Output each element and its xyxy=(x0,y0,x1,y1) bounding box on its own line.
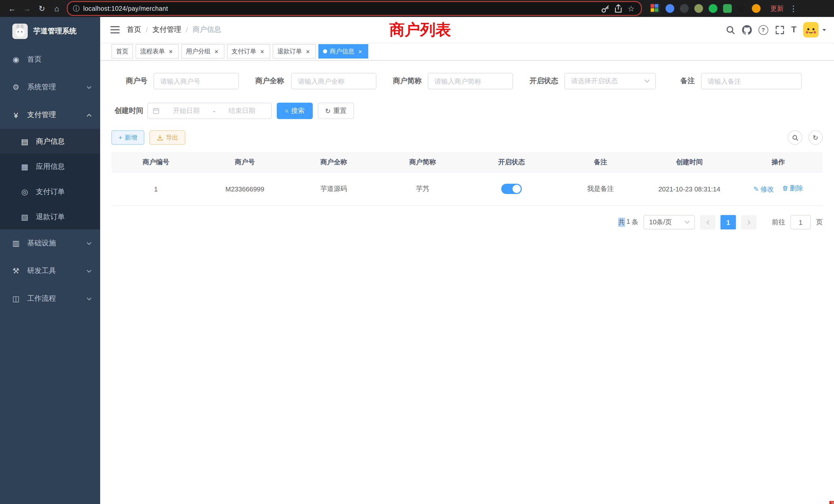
status-select[interactable]: 请选择开启状态 xyxy=(564,73,656,89)
sidebar-item-label: 研发工具 xyxy=(27,266,56,276)
green-circle-extension-icon[interactable] xyxy=(709,4,718,13)
export-button[interactable]: 导出 xyxy=(150,130,185,145)
close-icon[interactable]: × xyxy=(357,48,364,55)
active-dot xyxy=(323,49,327,53)
goto-page-input[interactable] xyxy=(790,215,811,229)
sidebar-subitem-pay-order[interactable]: ◎ 支付订单 xyxy=(0,179,100,204)
sidebar-item-system[interactable]: ⚙ 系统管理 xyxy=(0,73,100,101)
edit-link[interactable]: ✎ 修改 xyxy=(753,185,774,194)
github-icon[interactable] xyxy=(742,25,751,35)
date-range-picker[interactable]: 开始日期 - 结束日期 xyxy=(147,102,272,119)
tab-home[interactable]: 首页 xyxy=(111,44,133,59)
end-date-placeholder[interactable]: 结束日期 xyxy=(217,106,266,115)
workflow-icon: ◫ xyxy=(10,294,22,303)
merchant-table: 商户编号 商户号 商户全称 商户简称 开启状态 备注 创建时间 操作 1 xyxy=(111,152,823,206)
breadcrumb-item-payment[interactable]: 支付管理 xyxy=(153,25,181,35)
tab-process-form[interactable]: 流程表单 × xyxy=(136,44,179,59)
merchant-no-input[interactable] xyxy=(154,73,239,89)
app-logo[interactable]: 芋道管理系统 xyxy=(0,17,100,46)
extensions-icon[interactable]: 10 xyxy=(650,4,660,13)
sidebar-menu: ◉ 首页 ⚙ 系统管理 ¥ 支付管理 ▤ 商户信息 xyxy=(0,46,100,313)
close-icon[interactable]: × xyxy=(259,48,265,55)
status-toggle[interactable] xyxy=(501,184,522,194)
col-header-short-name: 商户简称 xyxy=(378,152,467,172)
reset-button-label: 重置 xyxy=(333,106,347,115)
tab-refund-order[interactable]: 退款订单 × xyxy=(273,44,316,59)
next-page-button[interactable] xyxy=(741,215,756,229)
drop-extension-icon[interactable] xyxy=(665,4,674,13)
home-icon[interactable]: ⌂ xyxy=(50,4,64,13)
sidebar-item-label: 支付管理 xyxy=(27,110,56,120)
refresh-icon: ↻ xyxy=(813,134,818,141)
share-icon[interactable] xyxy=(614,4,623,13)
reload-icon[interactable]: ↻ xyxy=(35,4,49,13)
annotation-text: 商户列表 xyxy=(389,19,451,40)
back-icon[interactable]: ← xyxy=(5,4,19,13)
profile-extension-icon[interactable] xyxy=(752,4,761,13)
toggle-search-button[interactable] xyxy=(788,130,802,145)
tab-user-group[interactable]: 用户分组 × xyxy=(181,44,224,59)
sidebar-subitem-refund-order[interactable]: ▧ 退款订单 xyxy=(0,204,100,229)
avatar-extension-icon[interactable] xyxy=(694,4,703,13)
reset-button[interactable]: ↻ 重置 xyxy=(318,102,354,119)
overflow-menu-icon[interactable]: ⋮ xyxy=(789,4,797,13)
order-icon: ◎ xyxy=(19,187,31,196)
top-navbar: 首页 / 支付管理 / 商户信息 商户列表 ? T xyxy=(100,17,834,43)
pin-extension-icon[interactable] xyxy=(738,4,746,13)
sidebar-subitem-app-info[interactable]: ▦ 应用信息 xyxy=(0,154,100,179)
full-name-input[interactable] xyxy=(291,73,376,89)
breadcrumb: 首页 / 支付管理 / 商户信息 xyxy=(127,25,221,35)
full-name-label: 商户全称 xyxy=(254,76,284,86)
add-button[interactable]: + 新增 xyxy=(111,130,144,145)
delete-link[interactable]: 删除 xyxy=(782,184,803,193)
app-grid-icon: ▦ xyxy=(19,162,31,171)
dark-extension-icon[interactable] xyxy=(680,4,689,13)
close-icon[interactable]: × xyxy=(168,48,174,55)
close-icon[interactable]: × xyxy=(213,48,220,55)
forward-icon[interactable]: → xyxy=(20,4,34,13)
sidebar-item-infra[interactable]: ▥ 基础设施 xyxy=(0,229,100,257)
remark-input[interactable] xyxy=(701,73,802,89)
sidebar-item-home[interactable]: ◉ 首页 xyxy=(0,46,100,73)
sidebar-subitem-merchant-info[interactable]: ▤ 商户信息 xyxy=(0,129,100,154)
sidebar: 芋道管理系统 ◉ 首页 ⚙ 系统管理 ¥ 支付管理 xyxy=(0,17,100,504)
refund-icon: ▧ xyxy=(19,212,31,222)
refresh-table-button[interactable]: ↻ xyxy=(808,130,823,145)
key-icon[interactable] xyxy=(601,4,610,13)
user-avatar[interactable] xyxy=(803,22,827,38)
prev-page-button[interactable] xyxy=(700,215,716,229)
sidebar-item-label: 工作流程 xyxy=(27,294,56,303)
help-icon[interactable]: ? xyxy=(758,25,768,35)
table-header-row: 商户编号 商户号 商户全称 商户简称 开启状态 备注 创建时间 操作 xyxy=(111,152,823,172)
page-size-select[interactable]: 10条/页 xyxy=(643,215,695,229)
search-icon[interactable] xyxy=(725,25,735,35)
cell-actions: ✎ 修改 删除 xyxy=(734,172,823,206)
search-button[interactable]: 搜索 xyxy=(277,102,313,119)
close-icon[interactable]: × xyxy=(305,48,311,55)
green-square-extension-icon[interactable] xyxy=(723,4,732,13)
font-size-icon[interactable]: T xyxy=(791,25,796,35)
tab-pay-order[interactable]: 支付订单 × xyxy=(227,44,270,59)
total-count: 1 xyxy=(627,217,630,227)
bookmark-star-icon[interactable]: ☆ xyxy=(627,4,636,13)
address-bar[interactable]: ⓘ localhost:1024/pay/merchant ☆ xyxy=(67,1,642,16)
page-button-1[interactable]: 1 xyxy=(721,215,736,229)
breadcrumb-item-home[interactable]: 首页 xyxy=(127,25,141,35)
merchant-icon: ▤ xyxy=(19,137,31,146)
navbar-actions: ? T xyxy=(725,22,834,38)
sidebar-item-payment[interactable]: ¥ 支付管理 xyxy=(0,101,100,129)
site-info-icon[interactable]: ⓘ xyxy=(73,4,80,13)
sidebar-item-devtools[interactable]: ⚒ 研发工具 xyxy=(0,257,100,285)
start-date-placeholder[interactable]: 开始日期 xyxy=(162,106,211,115)
sidebar-item-workflow[interactable]: ◫ 工作流程 xyxy=(0,285,100,313)
browser-update-button[interactable]: 更新 xyxy=(770,4,784,13)
chevron-right-icon xyxy=(746,220,751,225)
tab-merchant-info[interactable]: 商户信息 × xyxy=(319,44,368,59)
col-header-actions: 操作 xyxy=(734,152,823,172)
fullscreen-icon[interactable] xyxy=(775,25,785,35)
status-select-placeholder: 请选择开启状态 xyxy=(571,76,618,86)
trash-icon xyxy=(782,186,788,192)
hamburger-icon[interactable] xyxy=(110,26,120,33)
short-name-input[interactable] xyxy=(428,73,513,89)
search-icon xyxy=(792,134,798,141)
